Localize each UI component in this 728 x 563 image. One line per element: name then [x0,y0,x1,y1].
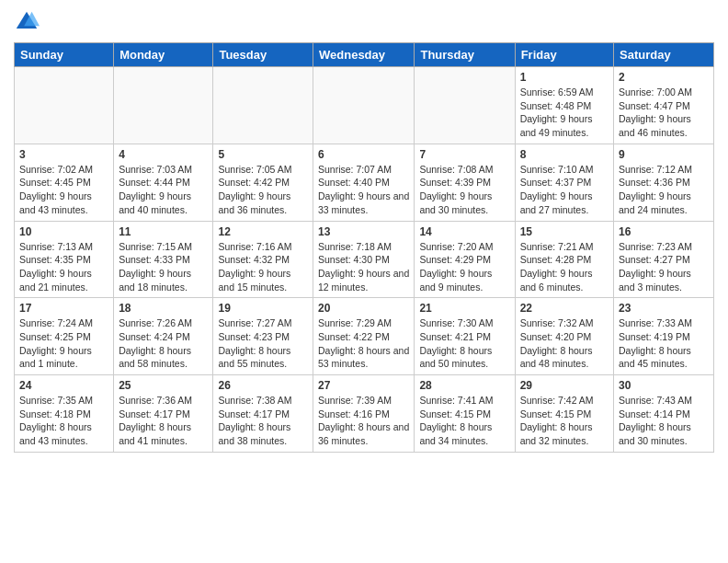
day-info: Sunrise: 7:20 AMSunset: 4:29 PMDaylight:… [419,240,509,294]
day-info: Sunrise: 7:24 AMSunset: 4:25 PMDaylight:… [19,316,108,371]
day-info: Sunrise: 7:43 AMSunset: 4:14 PMDaylight:… [619,394,709,448]
day-cell: 19Sunrise: 7:27 AMSunset: 4:23 PMDayligh… [213,298,313,375]
day-cell: 17Sunrise: 7:24 AMSunset: 4:25 PMDayligh… [15,298,114,375]
day-info: Sunrise: 7:07 AMSunset: 4:40 PMDaylight:… [318,163,409,217]
day-info: Sunrise: 7:32 AMSunset: 4:20 PMDaylight:… [520,316,609,371]
day-cell: 20Sunrise: 7:29 AMSunset: 4:22 PMDayligh… [313,298,415,375]
header-day-monday: Monday [114,43,213,67]
header [14,9,714,35]
day-cell: 24Sunrise: 7:35 AMSunset: 4:18 PMDayligh… [15,375,114,453]
day-cell: 2Sunrise: 7:00 AMSunset: 4:47 PMDaylight… [614,67,714,144]
day-cell: 16Sunrise: 7:23 AMSunset: 4:27 PMDayligh… [614,221,714,298]
day-cell: 1Sunrise: 6:59 AMSunset: 4:48 PMDaylight… [515,67,613,144]
calendar-body: 1Sunrise: 6:59 AMSunset: 4:48 PMDaylight… [15,67,714,453]
calendar-header: SundayMondayTuesdayWednesdayThursdayFrid… [15,43,714,67]
day-number: 25 [119,379,208,392]
day-cell: 4Sunrise: 7:03 AMSunset: 4:44 PMDaylight… [114,144,213,221]
day-number: 15 [520,225,609,238]
header-day-thursday: Thursday [415,43,515,67]
day-cell: 18Sunrise: 7:26 AMSunset: 4:24 PMDayligh… [114,298,213,375]
day-cell [313,67,415,144]
day-info: Sunrise: 7:23 AMSunset: 4:27 PMDaylight:… [619,240,709,294]
day-cell [213,67,313,144]
day-cell: 25Sunrise: 7:36 AMSunset: 4:17 PMDayligh… [114,375,213,453]
day-info: Sunrise: 7:08 AMSunset: 4:39 PMDaylight:… [419,163,509,217]
day-number: 2 [619,71,709,84]
header-day-sunday: Sunday [15,43,114,67]
day-cell: 5Sunrise: 7:05 AMSunset: 4:42 PMDaylight… [213,144,313,221]
day-cell: 9Sunrise: 7:12 AMSunset: 4:36 PMDaylight… [614,144,714,221]
day-cell: 6Sunrise: 7:07 AMSunset: 4:40 PMDaylight… [313,144,415,221]
calendar-table: SundayMondayTuesdayWednesdayThursdayFrid… [14,42,714,453]
day-number: 28 [419,379,509,392]
day-number: 24 [19,379,108,392]
day-cell: 12Sunrise: 7:16 AMSunset: 4:32 PMDayligh… [213,221,313,298]
day-number: 27 [318,379,409,392]
day-number: 26 [218,379,308,392]
day-cell: 30Sunrise: 7:43 AMSunset: 4:14 PMDayligh… [614,375,714,453]
day-cell [114,67,213,144]
header-day-saturday: Saturday [614,43,714,67]
day-number: 6 [318,148,409,161]
day-number: 17 [19,302,108,315]
day-info: Sunrise: 7:35 AMSunset: 4:18 PMDaylight:… [19,394,108,448]
day-number: 3 [19,148,108,161]
day-cell: 15Sunrise: 7:21 AMSunset: 4:28 PMDayligh… [515,221,613,298]
header-day-wednesday: Wednesday [313,43,415,67]
day-info: Sunrise: 7:16 AMSunset: 4:32 PMDaylight:… [218,240,308,294]
week-row-4: 24Sunrise: 7:35 AMSunset: 4:18 PMDayligh… [15,375,714,453]
header-day-friday: Friday [515,43,613,67]
day-number: 20 [318,302,409,315]
day-cell: 11Sunrise: 7:15 AMSunset: 4:33 PMDayligh… [114,221,213,298]
day-number: 23 [619,302,709,315]
day-info: Sunrise: 7:33 AMSunset: 4:19 PMDaylight:… [619,316,709,371]
day-number: 16 [619,225,709,238]
day-number: 29 [520,379,609,392]
day-cell: 21Sunrise: 7:30 AMSunset: 4:21 PMDayligh… [415,298,515,375]
page: SundayMondayTuesdayWednesdayThursdayFrid… [0,0,728,563]
day-number: 4 [119,148,208,161]
day-number: 14 [419,225,509,238]
day-cell: 28Sunrise: 7:41 AMSunset: 4:15 PMDayligh… [415,375,515,453]
day-number: 11 [119,225,208,238]
day-number: 21 [419,302,509,315]
day-info: Sunrise: 7:26 AMSunset: 4:24 PMDaylight:… [119,316,208,371]
header-day-tuesday: Tuesday [213,43,313,67]
day-info: Sunrise: 7:13 AMSunset: 4:35 PMDaylight:… [19,240,108,294]
day-cell [15,67,114,144]
day-cell: 14Sunrise: 7:20 AMSunset: 4:29 PMDayligh… [415,221,515,298]
day-number: 5 [218,148,308,161]
day-number: 9 [619,148,709,161]
day-cell: 22Sunrise: 7:32 AMSunset: 4:20 PMDayligh… [515,298,613,375]
logo-icon [14,9,40,35]
day-info: Sunrise: 7:03 AMSunset: 4:44 PMDaylight:… [119,163,208,217]
day-info: Sunrise: 7:18 AMSunset: 4:30 PMDaylight:… [318,240,409,294]
day-info: Sunrise: 7:30 AMSunset: 4:21 PMDaylight:… [419,316,509,371]
day-cell: 8Sunrise: 7:10 AMSunset: 4:37 PMDaylight… [515,144,613,221]
day-number: 22 [520,302,609,315]
day-info: Sunrise: 7:39 AMSunset: 4:16 PMDaylight:… [318,394,409,448]
day-info: Sunrise: 7:02 AMSunset: 4:45 PMDaylight:… [19,163,108,217]
day-cell: 26Sunrise: 7:38 AMSunset: 4:17 PMDayligh… [213,375,313,453]
day-number: 30 [619,379,709,392]
day-cell: 7Sunrise: 7:08 AMSunset: 4:39 PMDaylight… [415,144,515,221]
day-number: 8 [520,148,609,161]
day-info: Sunrise: 7:05 AMSunset: 4:42 PMDaylight:… [218,163,308,217]
day-info: Sunrise: 7:15 AMSunset: 4:33 PMDaylight:… [119,240,208,294]
day-cell: 3Sunrise: 7:02 AMSunset: 4:45 PMDaylight… [15,144,114,221]
day-info: Sunrise: 6:59 AMSunset: 4:48 PMDaylight:… [520,86,609,140]
day-number: 12 [218,225,308,238]
day-info: Sunrise: 7:21 AMSunset: 4:28 PMDaylight:… [520,240,609,294]
week-row-1: 3Sunrise: 7:02 AMSunset: 4:45 PMDaylight… [15,144,714,221]
day-cell [415,67,515,144]
header-row: SundayMondayTuesdayWednesdayThursdayFrid… [15,43,714,67]
day-number: 7 [419,148,509,161]
day-cell: 10Sunrise: 7:13 AMSunset: 4:35 PMDayligh… [15,221,114,298]
day-number: 18 [119,302,208,315]
day-info: Sunrise: 7:00 AMSunset: 4:47 PMDaylight:… [619,86,709,140]
day-number: 10 [19,225,108,238]
day-info: Sunrise: 7:10 AMSunset: 4:37 PMDaylight:… [520,163,609,217]
day-number: 1 [520,71,609,84]
day-number: 19 [218,302,308,315]
day-info: Sunrise: 7:36 AMSunset: 4:17 PMDaylight:… [119,394,208,448]
